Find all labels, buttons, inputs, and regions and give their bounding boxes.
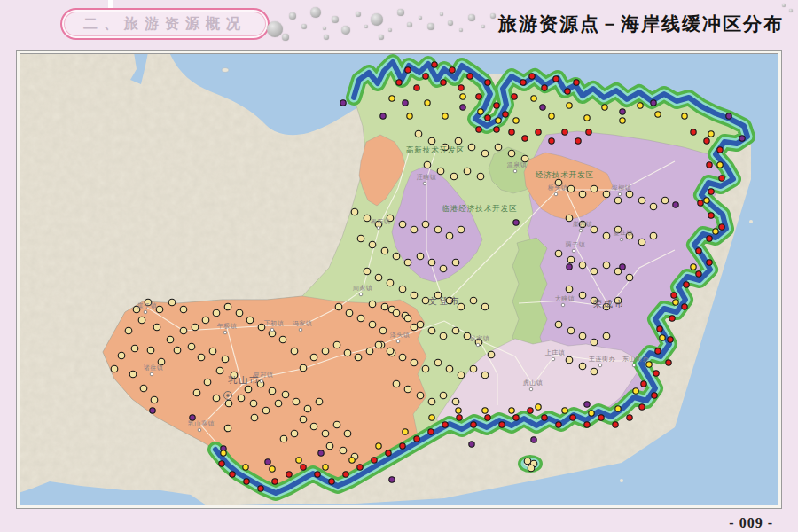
bubble-icon bbox=[490, 13, 496, 19]
map-frame: N 061224KM 图 例 道路海岸线1公里缓冲区范围及资源点市点海岸线3公里… bbox=[16, 50, 782, 509]
map-label: 文登市 bbox=[428, 296, 460, 306]
map-label: 夏庄镇 bbox=[614, 230, 634, 237]
bubble-icon bbox=[324, 35, 329, 40]
map-label: 下初镇 bbox=[264, 320, 285, 327]
section-tab-label: 二、旅游资源概况 bbox=[83, 15, 246, 34]
bubble-icon bbox=[459, 28, 463, 32]
map-label: 午极镇 bbox=[217, 323, 238, 330]
page-title: 旅游资源点－海岸线缓冲区分布 bbox=[498, 12, 784, 36]
bubble-icon bbox=[310, 7, 321, 18]
map-label: 埠柳镇 bbox=[611, 184, 632, 192]
map-label: 高新技术开发区 bbox=[406, 145, 466, 154]
bubble-icon bbox=[323, 27, 326, 30]
map-canvas: N 061224KM 图 例 道路海岸线1公里缓冲区范围及资源点市点海岸线3公里… bbox=[20, 53, 778, 505]
map-label: 侯家镇 bbox=[470, 335, 490, 342]
bubble-icon bbox=[289, 12, 296, 20]
map-label: 上庄镇 bbox=[545, 349, 566, 356]
map-label: 经济技术开发区 bbox=[536, 170, 595, 179]
map-label: 乳山市 bbox=[228, 375, 260, 385]
map-label: 大疃镇 bbox=[555, 295, 575, 302]
map-label: 泽头镇 bbox=[390, 332, 411, 339]
bubble-icon bbox=[364, 25, 368, 28]
bubble-icon bbox=[468, 14, 475, 21]
bubble-icon bbox=[341, 26, 350, 35]
map-label: 汪疃镇 bbox=[417, 174, 437, 181]
map-label: 桥头镇 bbox=[547, 184, 568, 192]
bubble-icon bbox=[440, 12, 443, 16]
bubble-icon bbox=[481, 25, 485, 28]
bubble-icon bbox=[448, 20, 453, 26]
page-number: - 009 - bbox=[729, 515, 773, 531]
map-label: 崖子镇 bbox=[137, 302, 158, 309]
bubble-icon bbox=[789, 9, 793, 12]
map-label: 诸往镇 bbox=[144, 364, 164, 372]
bubble-icon bbox=[356, 12, 361, 17]
bubble-icon bbox=[371, 13, 383, 26]
bubble-icon bbox=[267, 21, 283, 37]
map-label: 东山街办 bbox=[622, 356, 650, 363]
bubble-icon bbox=[782, 4, 786, 7]
map-label: 荣成市 bbox=[593, 299, 625, 309]
map-label: 王连街办 bbox=[589, 356, 616, 363]
map-label: 周家镇 bbox=[353, 285, 373, 292]
bubble-icon bbox=[282, 34, 289, 41]
bubble-icon bbox=[379, 35, 384, 40]
map-label: 虎山镇 bbox=[523, 379, 544, 387]
bubble-icon bbox=[419, 16, 422, 20]
map-label: 荫子镇 bbox=[566, 241, 586, 248]
bubble-icon bbox=[397, 9, 404, 16]
bubble-icon bbox=[407, 22, 412, 27]
map-label: 冯家镇 bbox=[293, 320, 313, 327]
bubble-icon bbox=[301, 24, 307, 29]
bubble-icon bbox=[332, 16, 339, 23]
map-label: 温泉镇 bbox=[507, 161, 528, 168]
page-header: 二、旅游资源概况 旅游资源点－海岸线缓冲区分布 bbox=[0, 0, 798, 50]
map-label: 乳山寨镇 bbox=[188, 419, 215, 427]
map-label: 临港经济技术开发区 bbox=[442, 204, 518, 213]
map-label: 崖西镇 bbox=[573, 221, 593, 228]
bubble-icon bbox=[388, 28, 392, 32]
section-tab: 二、旅游资源概况 bbox=[60, 8, 270, 40]
basemap: 崖子镇午极镇下初镇冯家镇诸往镇夏村镇乳山寨镇周家镇泽头镇侯家镇界石镇汪疃镇温泉镇… bbox=[20, 54, 778, 505]
bubble-icon bbox=[427, 23, 434, 30]
map-label: 界石镇 bbox=[371, 218, 391, 225]
